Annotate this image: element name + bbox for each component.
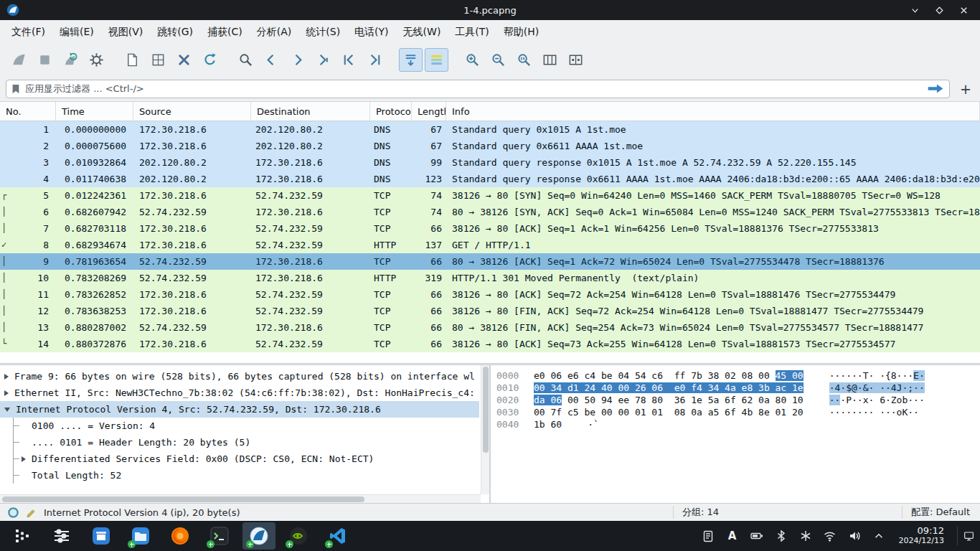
column-header[interactable]: No.: [0, 102, 56, 121]
column-header[interactable]: Protocol: [370, 102, 412, 121]
vscode-icon[interactable]: [321, 522, 354, 550]
packet-row[interactable]: └14 0.880372876 172.30.218.6 52.74.232.5…: [0, 336, 980, 352]
expert-info-icon[interactable]: [7, 507, 19, 519]
close-button[interactable]: [953, 1, 974, 19]
night-light-icon[interactable]: [798, 529, 813, 543]
go-first-icon[interactable]: [337, 48, 361, 72]
hex-bytes[interactable]: 00 34 d1 24 40 00 26 06 e0 f4 34 4a e8 3…: [534, 382, 804, 394]
chevron-right-icon[interactable]: [4, 390, 9, 396]
menu-item[interactable]: 统计(S): [298, 22, 347, 42]
packet-detail-line[interactable]: Frame 9: 66 bytes on wire (528 bits), 66…: [0, 368, 479, 385]
packet-row[interactable]: │12 0.783638253 172.30.218.6 52.74.232.5…: [0, 303, 980, 319]
display-filter-field[interactable]: [6, 80, 950, 98]
menu-item[interactable]: 文件(F): [4, 22, 52, 42]
save-file-icon[interactable]: [146, 48, 170, 72]
zoom-in-icon[interactable]: [461, 48, 484, 72]
firefox-icon[interactable]: [164, 522, 197, 550]
hex-bytes[interactable]: 1b 60: [534, 418, 562, 430]
go-forward-icon[interactable]: [286, 48, 309, 72]
packet-row[interactable]: │6 0.682607942 52.74.232.59 172.30.218.6…: [0, 204, 980, 220]
maximize-button[interactable]: [928, 1, 950, 19]
hex-ascii[interactable]: ···P··x· 6·Zob···: [829, 394, 925, 406]
packet-row[interactable]: ┌5 0.012242361 172.30.218.6 52.74.232.59…: [0, 187, 980, 204]
resize-columns-icon[interactable]: [538, 48, 562, 72]
open-file-icon[interactable]: [121, 48, 144, 72]
software-center-icon[interactable]: [85, 522, 118, 550]
column-header[interactable]: Time: [56, 102, 133, 121]
menu-item[interactable]: 跳转(G): [150, 22, 200, 42]
reload-file-icon[interactable]: [198, 48, 222, 72]
find-packet-icon[interactable]: [234, 48, 258, 72]
packet-row[interactable]: ✓8 0.682934674 172.30.218.6 52.74.232.59…: [0, 237, 980, 253]
notes-icon[interactable]: [701, 529, 715, 543]
close-file-icon[interactable]: [172, 48, 196, 72]
start-capture-icon[interactable]: [7, 48, 31, 72]
packet-detail-line[interactable]: Differentiated Services Field: 0x00 (DSC…: [0, 451, 479, 467]
go-to-packet-icon[interactable]: [311, 48, 335, 72]
taskbar-clock[interactable]: 09:12 2024/12/13: [899, 526, 944, 546]
packet-row[interactable]: │10 0.783208269 52.74.232.59 172.30.218.…: [0, 270, 980, 286]
packet-row[interactable]: 1 0.000000000 172.30.218.6 202.120.80.2 …: [0, 121, 980, 138]
menu-item[interactable]: 编辑(E): [52, 22, 101, 42]
add-filter-button-icon[interactable]: +: [957, 80, 974, 98]
bookmark-icon[interactable]: [11, 83, 21, 95]
hex-row[interactable]: 0040 1b 60 ·`: [496, 418, 980, 430]
stop-capture-icon[interactable]: [33, 48, 57, 72]
packet-row[interactable]: │11 0.783262852 172.30.218.6 52.74.232.5…: [0, 286, 980, 303]
menu-item[interactable]: 无线(W): [396, 22, 448, 42]
hex-row[interactable]: 0030 00 7f c5 be 00 00 01 01 08 0a a5 6f…: [496, 406, 980, 418]
hex-row[interactable]: 0000 e0 06 e6 c4 be 04 54 c6 ff 7b 38 02…: [496, 369, 980, 382]
packet-detail-line[interactable]: Total Length: 52: [0, 467, 479, 484]
colorize-icon[interactable]: [425, 48, 448, 72]
hex-row[interactable]: 0010 00 34 d1 24 40 00 26 06 e0 f4 34 4a…: [496, 382, 980, 394]
menu-item[interactable]: 分析(A): [250, 22, 299, 42]
details-vertical-scrollbar[interactable]: [481, 365, 489, 494]
packet-detail-line[interactable]: .... 0101 = Header Length: 20 bytes (5): [0, 434, 479, 451]
capture-comment-icon[interactable]: [25, 507, 37, 518]
packet-row[interactable]: 2 0.000075600 172.30.218.6 202.120.80.2 …: [0, 138, 980, 154]
bluetooth-icon[interactable]: [774, 529, 788, 543]
hex-ascii[interactable]: ······T· ·{8···E·: [829, 369, 925, 382]
menu-item[interactable]: 工具(T): [448, 22, 496, 42]
number-columns-icon[interactable]: [564, 48, 588, 72]
menu-item[interactable]: 视图(V): [101, 22, 151, 42]
input-method-icon[interactable]: A: [725, 529, 740, 543]
column-header[interactable]: Info: [446, 102, 980, 121]
details-horizontal-scrollbar[interactable]: [0, 494, 481, 503]
minimize-button[interactable]: [904, 1, 925, 19]
wifi-icon[interactable]: [823, 529, 837, 543]
menu-item[interactable]: 捕获(C): [200, 22, 250, 42]
auto-scroll-icon[interactable]: [399, 48, 423, 72]
packet-row[interactable]: │13 0.880287002 52.74.232.59 172.30.218.…: [0, 319, 980, 336]
column-header[interactable]: Length: [412, 102, 446, 121]
packet-row[interactable]: │9 0.781963654 52.74.232.59 172.30.218.6…: [0, 253, 980, 270]
hex-ascii[interactable]: ·`: [588, 418, 599, 430]
terminal-icon[interactable]: [203, 522, 236, 550]
chevron-down-icon[interactable]: [4, 408, 10, 412]
chevron-right-icon[interactable]: [22, 456, 26, 462]
go-last-icon[interactable]: [363, 48, 387, 72]
packet-detail-line[interactable]: Ethernet II, Src: NewH3CTechno_7b:38:02 …: [0, 385, 479, 401]
hex-bytes[interactable]: 00 7f c5 be 00 00 01 01 08 0a a5 6f 4b 8…: [534, 406, 804, 418]
task-view-icon[interactable]: [45, 522, 78, 550]
packet-row[interactable]: 4 0.011740638 202.120.80.2 172.30.218.6 …: [0, 171, 980, 187]
hex-bytes[interactable]: da 06 00 50 94 ee 78 80 36 1e 5a 6f 62 0…: [534, 394, 804, 406]
hex-ascii[interactable]: ·4·$@·&· ··4J·;··: [829, 382, 925, 394]
wireshark-taskbar-icon[interactable]: [242, 522, 275, 550]
hex-row[interactable]: 0020 da 06 00 50 94 ee 78 80 36 1e 5a 6f…: [496, 394, 980, 406]
file-manager-icon[interactable]: [124, 522, 157, 550]
battery-icon[interactable]: [750, 529, 764, 543]
profile-text[interactable]: 配置: Default: [902, 506, 970, 519]
volume-icon[interactable]: [847, 529, 862, 543]
zoom-reset-icon[interactable]: [512, 48, 536, 72]
show-desktop-icon[interactable]: [957, 527, 974, 545]
apply-filter-icon[interactable]: [926, 83, 945, 94]
restart-capture-icon[interactable]: [59, 48, 83, 72]
scrollbar-thumb[interactable]: [483, 367, 489, 453]
packet-row[interactable]: │7 0.682703118 172.30.218.6 52.74.232.59…: [0, 220, 980, 237]
packet-row[interactable]: 3 0.010932864 202.120.80.2 172.30.218.6 …: [0, 154, 980, 171]
menu-item[interactable]: 电话(Y): [347, 22, 395, 42]
column-header[interactable]: Destination: [251, 102, 370, 121]
packet-detail-line[interactable]: Internet Protocol Version 4, Src: 52.74.…: [0, 401, 479, 418]
menu-item[interactable]: 帮助(H): [496, 22, 546, 42]
